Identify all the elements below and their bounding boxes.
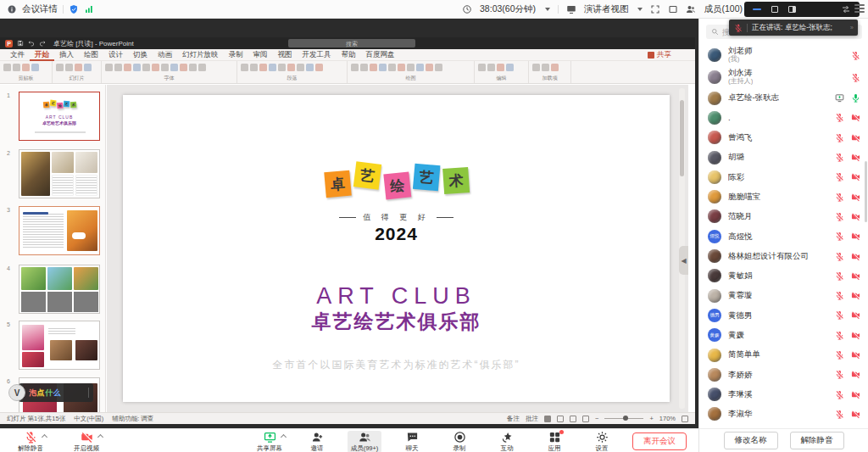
ribbon-button-icon[interactable] <box>259 64 267 71</box>
mic-off-icon[interactable] <box>835 193 844 202</box>
mic-off-icon[interactable] <box>851 73 860 82</box>
ribbon-button-icon[interactable] <box>3 64 11 71</box>
slideshow-view-icon[interactable] <box>582 416 589 422</box>
cam-off-icon[interactable] <box>851 193 860 202</box>
ribbon-button-icon[interactable] <box>497 64 504 71</box>
mic-off-icon[interactable] <box>835 172 844 181</box>
ribbon-button-icon[interactable] <box>398 64 405 71</box>
save-icon[interactable] <box>17 40 24 47</box>
ribbon-button-icon[interactable] <box>161 64 169 71</box>
toolbar-item-record[interactable]: 录制 <box>442 431 476 452</box>
zoom-percentage[interactable]: 170% <box>659 415 676 422</box>
ribbon-tab[interactable]: 切换 <box>128 49 153 61</box>
ribbon-button-icon[interactable] <box>532 64 540 71</box>
ribbon-tab[interactable]: 录制 <box>224 49 248 61</box>
ribbon-tab[interactable]: 插入 <box>54 49 79 61</box>
ribbon-button-icon[interactable] <box>407 64 415 71</box>
ribbon-tab[interactable]: 百度网盘 <box>361 49 400 61</box>
ribbon-tab[interactable]: 设计 <box>103 49 128 61</box>
menu-hamburger-icon[interactable] <box>854 4 865 13</box>
ribbon-tab[interactable]: 开发工具 <box>298 49 337 61</box>
zoom-in-icon[interactable]: + <box>649 415 653 422</box>
scrollbar-thumb[interactable] <box>680 100 684 176</box>
mic-off-icon[interactable] <box>835 331 844 340</box>
ribbon-button-icon[interactable] <box>105 64 113 71</box>
cam-off-icon[interactable] <box>851 212 860 221</box>
side-panel-icon[interactable] <box>788 6 796 13</box>
fit-slide-icon[interactable] <box>682 416 688 422</box>
restore-window-icon[interactable] <box>771 6 778 13</box>
mic-off-icon[interactable] <box>835 370 844 379</box>
cam-off-icon[interactable] <box>851 310 860 320</box>
ribbon-button-icon[interactable] <box>170 64 178 71</box>
member-row[interactable]: 简简单单 <box>699 345 868 365</box>
ribbon-button-icon[interactable] <box>152 64 159 71</box>
mic-off-icon[interactable] <box>835 153 844 162</box>
ribbon-button-icon[interactable] <box>75 64 82 71</box>
member-row[interactable]: 曾鸿飞 <box>699 128 868 148</box>
leave-meeting-button[interactable]: 离开会议 <box>632 432 687 450</box>
toolbar-item-share-screen[interactable]: 共享屏幕 <box>253 431 287 452</box>
member-row[interactable]: 煜悦 高煜悦 <box>699 226 868 246</box>
member-row[interactable]: 胡璐 <box>699 148 868 167</box>
cam-off-icon[interactable] <box>851 390 860 399</box>
toolbar-item-members[interactable]: 成员(99+) <box>348 431 381 452</box>
zoom-knob[interactable] <box>623 416 628 421</box>
mic-off-icon[interactable] <box>835 212 844 221</box>
redo-icon[interactable] <box>39 40 46 47</box>
ribbon-button-icon[interactable] <box>379 64 387 71</box>
ribbon-button-icon[interactable] <box>114 64 122 71</box>
notes-button[interactable]: 备注 <box>507 415 520 423</box>
ribbon-button-icon[interactable] <box>478 64 486 71</box>
ribbon-button-icon[interactable] <box>22 64 30 71</box>
mic-off-icon[interactable] <box>835 252 844 261</box>
ribbon-tab[interactable]: 动画 <box>153 49 177 61</box>
ribbon-button-icon[interactable] <box>241 64 248 71</box>
members-count-label[interactable]: 成员(100) <box>704 3 743 15</box>
mic-off-icon[interactable] <box>835 350 844 360</box>
cam-off-icon[interactable] <box>851 331 860 340</box>
mic-off-icon[interactable] <box>835 133 844 142</box>
member-row[interactable]: 黄蓉璇 <box>699 286 868 305</box>
mic-off-icon[interactable] <box>835 410 844 419</box>
slide-thumbnail-3[interactable]: 3 <box>19 206 100 255</box>
ribbon-button-icon[interactable] <box>551 64 559 71</box>
ribbon-button-icon[interactable] <box>84 64 92 71</box>
ribbon-button-icon[interactable] <box>31 64 39 71</box>
slide-thumbnail-4[interactable]: 4 <box>19 265 100 314</box>
zoom-slider[interactable] <box>604 418 643 420</box>
cam-off-icon[interactable] <box>851 350 860 360</box>
mic-off-icon[interactable] <box>835 271 844 281</box>
mic-on-icon[interactable] <box>851 93 860 103</box>
cam-off-icon[interactable] <box>851 410 860 419</box>
comments-button[interactable]: 批注 <box>526 415 538 423</box>
swap-view-icon[interactable] <box>841 4 851 14</box>
normal-view-icon[interactable] <box>544 416 551 422</box>
ppt-share-button[interactable]: 共享 <box>648 49 671 61</box>
zoom-out-icon[interactable]: − <box>595 415 598 422</box>
ribbon-button-icon[interactable] <box>370 64 377 71</box>
ribbon-button-icon[interactable] <box>360 64 368 71</box>
ribbon-button-icon[interactable] <box>142 64 150 71</box>
ribbon-button-icon[interactable] <box>388 64 396 71</box>
ribbon-button-icon[interactable] <box>189 64 197 71</box>
ribbon-button-icon[interactable] <box>124 64 131 71</box>
chevron-up-icon[interactable] <box>42 434 47 440</box>
ribbon-button-icon[interactable] <box>13 64 20 71</box>
toolbar-item-chat[interactable]: 聊天 <box>395 431 429 452</box>
cam-off-icon[interactable] <box>851 153 860 162</box>
ribbon-button-icon[interactable] <box>306 64 314 71</box>
mic-off-icon[interactable] <box>835 232 844 241</box>
cam-off-icon[interactable] <box>851 370 860 379</box>
mic-off-icon[interactable] <box>851 51 860 60</box>
ribbon-button-icon[interactable] <box>351 64 359 71</box>
ribbon-tab[interactable]: 幻灯片放映 <box>177 49 224 61</box>
member-row[interactable]: 李娇娇 <box>699 365 868 384</box>
cam-off-icon[interactable] <box>851 252 860 261</box>
member-row[interactable]: 刘永涛 (主持人) <box>699 66 868 88</box>
member-row[interactable]: 脆脆喵宝 <box>699 187 868 206</box>
member-row[interactable]: 陈彩 <box>699 167 868 187</box>
ribbon-tab[interactable]: 审阅 <box>248 49 273 61</box>
toolbar-item-apps[interactable]: 应用 <box>537 431 571 452</box>
fullscreen-icon[interactable] <box>650 4 660 14</box>
